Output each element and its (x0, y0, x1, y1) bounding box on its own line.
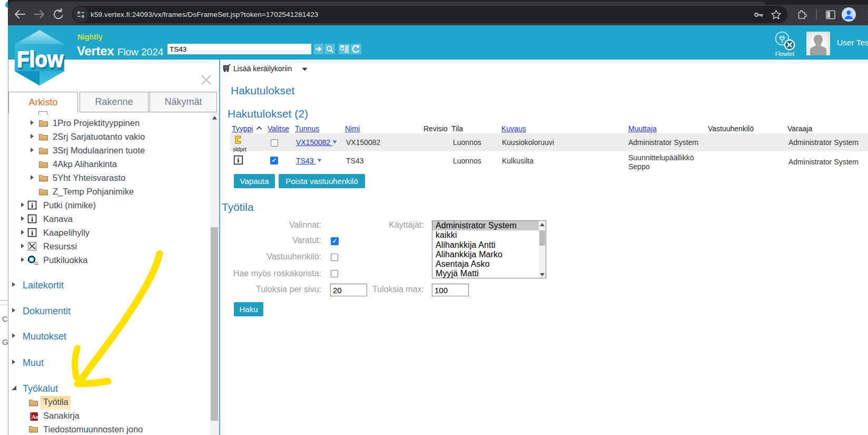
svg-text:Aa: Aa (32, 414, 38, 420)
svg-text:CL: CL (34, 262, 39, 265)
svg-text:i: i (238, 156, 240, 164)
